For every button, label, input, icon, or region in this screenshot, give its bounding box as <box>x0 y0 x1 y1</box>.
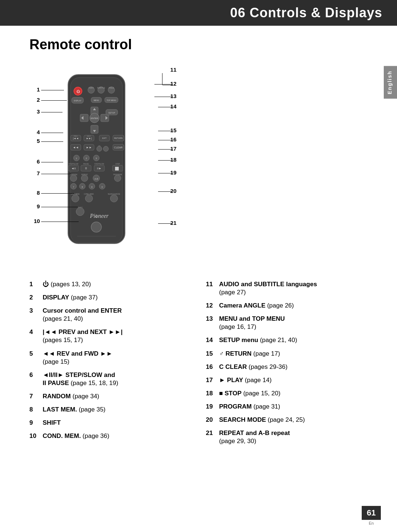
legend-text-2: DISPLAY (page 37) <box>43 294 191 302</box>
legend-item-9: 9 SHIFT <box>29 419 191 427</box>
legend-num-21: 21 <box>206 429 219 437</box>
callout-11: 11 <box>170 66 176 73</box>
line-6 <box>41 162 63 162</box>
svg-point-72 <box>114 175 121 181</box>
svg-text:►►|: ►►| <box>86 137 92 140</box>
callout-14: 14 <box>170 103 176 109</box>
svg-text:DISPLAY: DISPLAY <box>74 100 82 102</box>
legend-item-5: 5 ◄◄ REV and FWD ►►(page 15) <box>29 350 191 366</box>
language-side-tab: English <box>384 66 397 99</box>
svg-text:STEP/SLOW: STEP/SLOW <box>69 163 79 165</box>
callout-9: 9 <box>37 203 40 209</box>
hline-18 <box>158 160 173 161</box>
line-4 <box>41 133 63 133</box>
svg-text:Pioneer: Pioneer <box>90 213 109 219</box>
callout-1: 1 <box>37 86 40 93</box>
legend-item-11: 11 AUDIO and SUBTITLE languages(page 27) <box>206 280 368 296</box>
legend-text-6: ◄II/II► STEP/SLOW andII PAUSE (page 15, … <box>43 371 191 387</box>
callout-13: 13 <box>170 93 176 99</box>
hline-17 <box>158 149 173 150</box>
line-3 <box>41 112 62 112</box>
legend-item-21: 21 REPEAT and A-B repeat(page 29, 30) <box>206 429 368 445</box>
header-title: 06 Controls & Displays <box>230 5 382 20</box>
legend-num-18: 18 <box>206 389 219 398</box>
svg-text:RETURN: RETURN <box>114 137 123 139</box>
legend-num-16: 16 <box>206 363 219 371</box>
legend-item-14: 14 SETUP menu (page 21, 40) <box>206 336 368 344</box>
hline-15 <box>158 131 173 131</box>
callout-8: 8 <box>37 190 40 196</box>
line-9 <box>41 207 78 207</box>
legend-text-21: REPEAT and A-B repeat(page 29, 30) <box>219 429 368 445</box>
legend-item-12: 12 Camera ANGLE (page 26) <box>206 302 368 310</box>
callout-10: 10 <box>34 218 40 224</box>
legend-text-19: PROGRAM (page 31) <box>219 403 368 411</box>
svg-text:◄II: ◄II <box>71 167 76 170</box>
callout-17: 17 <box>170 145 176 152</box>
legend-item-15: 15 ♂ RETURN (page 17) <box>206 350 368 358</box>
callout-2: 2 <box>37 97 40 103</box>
legend-item-8: 8 LAST MEM. (page 35) <box>29 406 191 414</box>
svg-text:◄◄: ◄◄ <box>73 146 79 149</box>
legend-text-5: ◄◄ REV and FWD ►►(page 15) <box>43 350 191 366</box>
svg-text:PREV: PREV <box>74 135 78 137</box>
legend-text-11: AUDIO and SUBTITLE languages(page 27) <box>219 280 368 296</box>
legend-item-7: 7 RANDOM (page 34) <box>29 392 191 400</box>
legend-num-12: 12 <box>206 302 219 310</box>
legend-num-7: 7 <box>29 392 43 400</box>
legend-num-11: 11 <box>206 280 219 288</box>
svg-text:|◄◄: |◄◄ <box>73 137 79 140</box>
legend-text-12: Camera ANGLE (page 26) <box>219 302 368 310</box>
legend-text-17: ► PLAY (page 14) <box>219 376 368 384</box>
svg-text:STEP/SLOW: STEP/SLOW <box>94 163 104 165</box>
legend-text-3: Cursor control and ENTER(pages 21, 40) <box>43 307 191 323</box>
legend-left-col: 1 ⏻ (pages 13, 20) 2 DISPLAY (page 37) 3… <box>29 280 191 450</box>
hline-13 <box>154 97 173 97</box>
svg-point-44 <box>103 146 108 151</box>
legend-item-20: 20 SEARCH MODE (page 24, 25) <box>206 416 368 424</box>
callout-12: 12 <box>170 80 176 87</box>
legend-num-17: 17 <box>206 376 219 384</box>
legend-text-15: ♂ RETURN (page 17) <box>219 350 368 358</box>
hline-12 <box>154 84 173 85</box>
legend-num-8: 8 <box>29 406 43 414</box>
legend-item-16: 16 C CLEAR (pages 29-36) <box>206 363 368 371</box>
legend-text-10: COND. MEM. (page 36) <box>43 432 191 440</box>
legend-item-17: 17 ► PLAY (page 14) <box>206 376 368 384</box>
hline-14 <box>158 107 173 107</box>
callout-19: 19 <box>170 169 176 176</box>
legend-num-15: 15 <box>206 350 219 358</box>
callout-16: 16 <box>170 136 176 143</box>
line-2 <box>41 100 67 101</box>
legend-num-4: 4 <box>29 328 43 336</box>
legend-item-4: 4 |◄◄ PREV and NEXT ►►|(pages 15, 17) <box>29 328 191 344</box>
callout-6: 6 <box>37 158 40 165</box>
svg-text:►►: ►► <box>86 146 92 149</box>
legend-num-20: 20 <box>206 416 219 424</box>
line-1 <box>41 90 64 90</box>
legend-text-20: SEARCH MODE (page 24, 25) <box>219 416 368 424</box>
legend-num-13: 13 <box>206 315 219 323</box>
legend-num-19: 19 <box>206 403 219 411</box>
hline-19 <box>158 173 173 173</box>
svg-point-82 <box>72 195 79 202</box>
legend-text-14: SETUP menu (page 21, 40) <box>219 336 368 344</box>
svg-point-88 <box>76 208 84 216</box>
legend-text-7: RANDOM (page 34) <box>43 392 191 400</box>
legend-item-10: 10 COND. MEM. (page 36) <box>29 432 191 440</box>
svg-text:⏻: ⏻ <box>76 90 80 93</box>
legend-num-5: 5 <box>29 350 43 358</box>
svg-point-66 <box>70 175 77 181</box>
svg-point-84 <box>85 195 93 202</box>
hline-20 <box>158 191 173 192</box>
legend-num-10: 10 <box>29 432 43 440</box>
legend-section: 1 ⏻ (pages 13, 20) 2 DISPLAY (page 37) 3… <box>0 273 397 458</box>
svg-text:SETUP: SETUP <box>108 112 115 114</box>
callout-18: 18 <box>170 157 176 163</box>
vline-11 <box>162 73 162 85</box>
callout-7: 7 <box>37 170 40 176</box>
legend-right-col: 11 AUDIO and SUBTITLE languages(page 27)… <box>206 280 368 450</box>
legend-text-13: MENU and TOP MENU(page 16, 17) <box>219 315 368 331</box>
svg-text:AUDIO: AUDIO <box>89 87 94 89</box>
legend-text-18: ■ STOP (page 15, 20) <box>219 389 368 398</box>
